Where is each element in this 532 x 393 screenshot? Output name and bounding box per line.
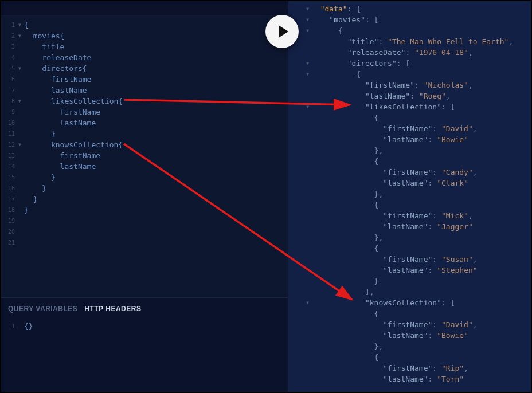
result-text: },: [311, 145, 383, 156]
code-line: 9 firstName: [1, 107, 288, 117]
result-text: "lastName": "Bowie": [311, 330, 468, 341]
result-text: "data": {: [311, 3, 361, 14]
code-text: movies{: [24, 30, 64, 41]
result-line: ▼ {: [288, 69, 531, 80]
result-text: "releaseDate": "1976-04-18",: [311, 47, 473, 58]
result-text: "lastName": "Stephen": [311, 265, 478, 276]
fold-toggle-icon[interactable]: ▼: [288, 58, 311, 69]
code-text: }: [24, 183, 46, 194]
result-text: "firstName": "Mick",: [311, 210, 473, 221]
code-line: 10 lastName: [1, 117, 288, 128]
code-line: 20: [1, 226, 288, 237]
result-editor[interactable]: ▼ "data": {▼ "movies": [▼ { "title": "Th…: [288, 1, 531, 384]
fold-toggle-icon[interactable]: ▼: [18, 19, 24, 30]
code-line: 11 }: [1, 128, 288, 139]
result-line: ▼ "knowsCollection": [: [288, 297, 531, 308]
result-line: {: [288, 308, 531, 319]
result-line: "firstName": "Candy",: [288, 167, 531, 178]
result-line: "lastName": "Jagger": [288, 221, 531, 232]
fold-toggle-icon[interactable]: ▼: [18, 96, 24, 107]
result-line: {: [288, 112, 531, 123]
line-number: 4: [1, 52, 18, 63]
line-number: 9: [1, 107, 18, 117]
code-text: }: [24, 205, 29, 215]
code-text: knowsCollection{: [24, 139, 123, 150]
fold-toggle-icon[interactable]: ▼: [288, 297, 311, 308]
tab-query-variables[interactable]: QUERY VARIABLES: [8, 305, 77, 313]
result-text: {: [311, 69, 361, 80]
run-query-button[interactable]: [265, 15, 299, 48]
vars-editor[interactable]: 1 {}: [1, 317, 288, 332]
result-text: "lastName": "Bowie": [311, 134, 468, 145]
left-panel: 1▼{2▼ movies{3 title4 releaseDate5▼ dire…: [1, 1, 288, 392]
result-line: "title": "The Man Who Fell to Earth",: [288, 36, 531, 47]
result-text: "firstName": "David",: [311, 319, 478, 330]
result-line: ▼ "data": {: [288, 3, 531, 14]
result-line: ],: [288, 286, 531, 297]
result-text: {: [311, 243, 378, 254]
play-icon: [279, 25, 288, 38]
line-number: 5: [1, 63, 18, 74]
toolbar-strip: [1, 1, 288, 16]
fold-toggle-icon[interactable]: ▼: [18, 30, 24, 41]
code-line: 2▼ movies{: [1, 30, 288, 41]
line-number: 7: [1, 85, 18, 96]
result-line: "lastName": "Bowie": [288, 330, 531, 341]
tab-http-headers[interactable]: HTTP HEADERS: [84, 305, 141, 313]
code-text: lastName: [24, 85, 87, 96]
fold-toggle-icon[interactable]: ▼: [288, 69, 311, 80]
line-number: 16: [1, 183, 18, 194]
result-line: "firstName": "Nicholas",: [288, 80, 531, 91]
query-editor[interactable]: 1▼{2▼ movies{3 title4 releaseDate5▼ dire…: [1, 16, 288, 297]
result-line: ▼ {: [288, 25, 531, 36]
result-text: "lastName": "Roeg",: [311, 91, 451, 101]
fold-toggle-icon[interactable]: ▼: [18, 63, 24, 74]
result-line: ▼ "directors": [: [288, 58, 531, 69]
code-line: 4 releaseDate: [1, 52, 288, 63]
result-line: ▼ "likesCollection": [: [288, 101, 531, 112]
result-line: },: [288, 341, 531, 352]
fold-toggle-icon[interactable]: ▼: [288, 101, 311, 112]
result-line: }: [288, 276, 531, 286]
result-line: "lastName": "Roeg",: [288, 91, 531, 101]
graphql-playground: 1▼{2▼ movies{3 title4 releaseDate5▼ dire…: [1, 1, 531, 392]
line-number: 14: [1, 161, 18, 172]
code-line: 12▼ knowsCollection{: [1, 139, 288, 150]
fold-toggle-icon[interactable]: ▼: [288, 3, 311, 14]
result-line: "lastName": "Clark": [288, 178, 531, 188]
line-number: 1: [1, 19, 18, 30]
result-text: "title": "The Man Who Fell to Earth",: [311, 36, 513, 47]
line-number: 18: [1, 205, 18, 215]
code-line: 17 }: [1, 194, 288, 205]
result-text: },: [311, 232, 383, 243]
vars-content: {}: [24, 321, 33, 332]
code-text: directors{: [24, 63, 87, 74]
code-line: 21: [1, 237, 288, 248]
line-number: 20: [1, 226, 18, 237]
result-text: "likesCollection": [: [311, 101, 455, 112]
result-panel: ▼ "data": {▼ "movies": [▼ { "title": "Th…: [288, 1, 531, 392]
result-text: "firstName": "Susan",: [311, 254, 478, 265]
code-line: 19: [1, 215, 288, 226]
result-line: "firstName": "David",: [288, 123, 531, 134]
result-text: "directors": [: [311, 58, 410, 69]
code-text: firstName: [24, 74, 91, 85]
result-text: "lastName": "Jagger": [311, 221, 473, 232]
line-number: 13: [1, 150, 18, 161]
code-text: firstName: [24, 150, 100, 161]
line-number: 21: [1, 237, 18, 248]
result-text: },: [311, 188, 383, 199]
result-text: },: [311, 341, 383, 352]
fold-toggle-icon[interactable]: ▼: [18, 139, 24, 150]
result-text: "firstName": "Rip",: [311, 363, 468, 374]
result-line: "firstName": "David",: [288, 319, 531, 330]
result-text: {: [311, 199, 378, 210]
code-line: 15 }: [1, 172, 288, 183]
code-text: }: [24, 194, 37, 205]
result-line: "lastName": "Bowie": [288, 134, 531, 145]
result-text: "firstName": "Candy",: [311, 167, 478, 178]
line-number: 3: [1, 41, 18, 52]
code-line: 8▼ likesCollection{: [1, 96, 288, 107]
code-text: lastName: [24, 161, 96, 172]
code-text: title: [24, 41, 64, 52]
